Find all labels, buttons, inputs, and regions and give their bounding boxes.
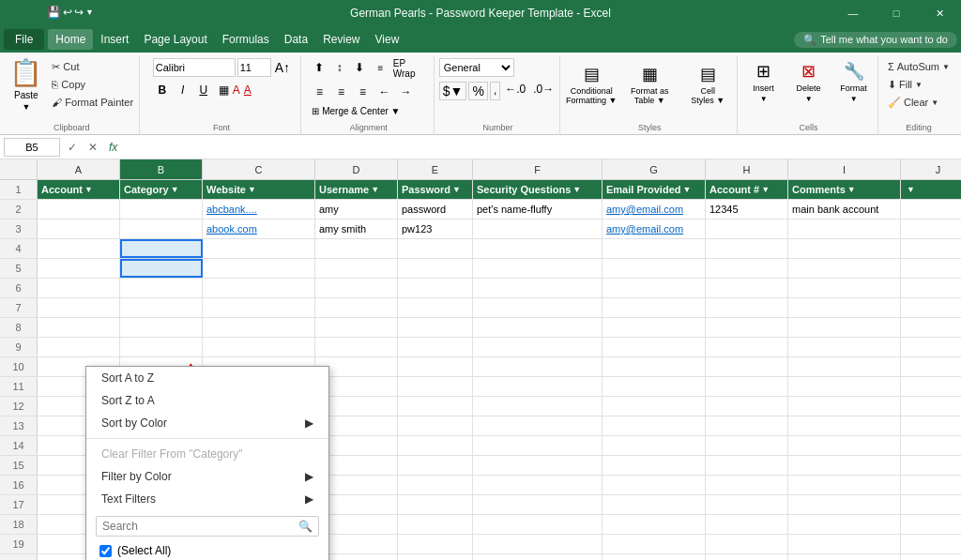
clear-dropdown[interactable]: ▼ [931, 98, 938, 107]
cell-h7[interactable] [706, 298, 788, 317]
cell-i4[interactable] [788, 239, 901, 258]
menu-page-layout[interactable]: Page Layout [136, 29, 214, 50]
bold-button[interactable]: B [153, 81, 172, 99]
cell-j15[interactable] [901, 456, 961, 475]
cell-c8[interactable] [203, 318, 315, 337]
col-header-h[interactable]: H [706, 159, 788, 179]
cell-h19[interactable] [706, 535, 788, 553]
cell-g3[interactable]: amy@email.com [603, 219, 706, 238]
cell-g10[interactable] [603, 357, 706, 376]
cell-g15[interactable] [603, 456, 706, 475]
font-color-button[interactable]: A [244, 83, 252, 97]
cell-f20[interactable] [473, 554, 603, 560]
cell-g2[interactable]: amy@email.com [603, 200, 706, 219]
cell-c6[interactable] [203, 279, 315, 297]
menu-file[interactable]: File [4, 29, 44, 50]
fill-color-button[interactable]: A [233, 83, 240, 97]
col-d-filter[interactable]: ▼ [371, 185, 379, 194]
cell-h13[interactable] [706, 416, 788, 435]
cell-f11[interactable] [473, 377, 603, 396]
cell-f1[interactable]: Security Questions ▼ [473, 180, 603, 199]
copy-button[interactable]: ⎘ Copy [48, 76, 137, 93]
col-h-filter[interactable]: ▼ [761, 185, 770, 194]
paste-dropdown[interactable]: ▼ [22, 102, 30, 112]
formula-input[interactable] [125, 141, 957, 154]
cell-c2[interactable]: abcbank.... [203, 200, 315, 219]
increase-font-btn[interactable]: A↑ [275, 60, 290, 75]
cell-i11[interactable] [788, 377, 901, 396]
cell-j4[interactable] [901, 239, 961, 258]
cell-f8[interactable] [473, 318, 603, 337]
cell-j19[interactable] [901, 535, 961, 553]
cell-g11[interactable] [603, 377, 706, 396]
col-j-filter[interactable]: ▼ [907, 185, 915, 194]
cell-c1[interactable]: Website ▼ [203, 180, 315, 199]
format-cells-btn[interactable]: 🔧 Format ▼ [832, 58, 876, 105]
cell-g19[interactable] [603, 535, 706, 553]
autosum-btn[interactable]: Σ AutoSum ▼ [884, 58, 953, 75]
fill-btn[interactable]: ⬇ Fill ▼ [884, 76, 926, 93]
cell-g14[interactable] [603, 436, 706, 455]
cell-h6[interactable] [706, 279, 788, 297]
sort-az-item[interactable]: Sort A to Z [86, 367, 328, 389]
cell-i19[interactable] [788, 535, 901, 553]
cell-c4[interactable] [203, 239, 315, 258]
cell-e6[interactable] [398, 279, 473, 297]
cell-h14[interactable] [706, 436, 788, 455]
cell-b7[interactable] [120, 298, 203, 317]
cell-i18[interactable] [788, 515, 901, 534]
cell-j11[interactable] [901, 377, 961, 396]
cell-h8[interactable] [706, 318, 788, 337]
cell-b5[interactable] [120, 259, 203, 278]
cell-j3[interactable] [901, 219, 961, 238]
cell-d1[interactable]: Username ▼ [315, 180, 398, 199]
minimize-btn[interactable]: — [831, 0, 875, 26]
cell-e9[interactable] [398, 338, 473, 356]
cell-h4[interactable] [706, 239, 788, 258]
cell-i20[interactable] [788, 554, 901, 560]
cell-f2[interactable]: pet's name-fluffy [473, 200, 603, 219]
cell-j10[interactable] [901, 357, 961, 376]
cell-e17[interactable] [398, 495, 473, 514]
cell-g5[interactable] [603, 259, 706, 278]
cell-b9[interactable] [120, 338, 203, 356]
cell-i6[interactable] [788, 279, 901, 297]
number-format-select[interactable]: General Number Currency Date Text [439, 58, 514, 77]
currency-btn[interactable]: $▼ [439, 82, 467, 100]
cell-f19[interactable] [473, 535, 603, 553]
cell-e1[interactable]: Password ▼ [398, 180, 473, 199]
col-f-filter[interactable]: ▼ [572, 185, 581, 194]
cell-f10[interactable] [473, 357, 603, 376]
cell-i14[interactable] [788, 436, 901, 455]
format-painter-button[interactable]: 🖌 Format Painter [48, 94, 137, 111]
cell-d3[interactable]: amy smith [315, 219, 398, 238]
cell-a3[interactable] [38, 219, 120, 238]
cell-f12[interactable] [473, 397, 603, 416]
col-header-a[interactable]: A [38, 159, 120, 179]
delete-dropdown[interactable]: ▼ [805, 95, 813, 103]
format-dropdown[interactable]: ▼ [850, 95, 858, 103]
cell-d6[interactable] [315, 279, 398, 297]
font-name-input[interactable] [153, 58, 236, 77]
cell-b2[interactable] [120, 200, 203, 219]
delete-cells-btn[interactable]: ⊠ Delete ▼ [787, 58, 831, 105]
tell-me-box[interactable]: 🔍 Tell me what you want to do [794, 32, 957, 48]
cell-d2[interactable]: amy [315, 200, 398, 219]
menu-formulas[interactable]: Formulas [215, 29, 277, 50]
cell-g4[interactable] [603, 239, 706, 258]
cell-a8[interactable] [38, 318, 120, 337]
cell-ref-box[interactable] [4, 138, 60, 157]
percent-btn[interactable]: % [468, 82, 487, 100]
cell-h10[interactable] [706, 357, 788, 376]
cell-b3[interactable] [120, 219, 203, 238]
cell-h11[interactable] [706, 377, 788, 396]
col-e-filter[interactable]: ▼ [452, 185, 461, 194]
filter-search-input[interactable] [97, 517, 293, 536]
cell-f7[interactable] [473, 298, 603, 317]
col-a-filter[interactable]: ▼ [84, 185, 93, 194]
cell-a2[interactable] [38, 200, 120, 219]
text-filters-item[interactable]: Text Filters ▶ [86, 488, 328, 510]
align-top-btn[interactable]: ⬆ [309, 58, 328, 77]
cell-f13[interactable] [473, 416, 603, 435]
cell-h1[interactable]: Account # ▼ [706, 180, 788, 199]
